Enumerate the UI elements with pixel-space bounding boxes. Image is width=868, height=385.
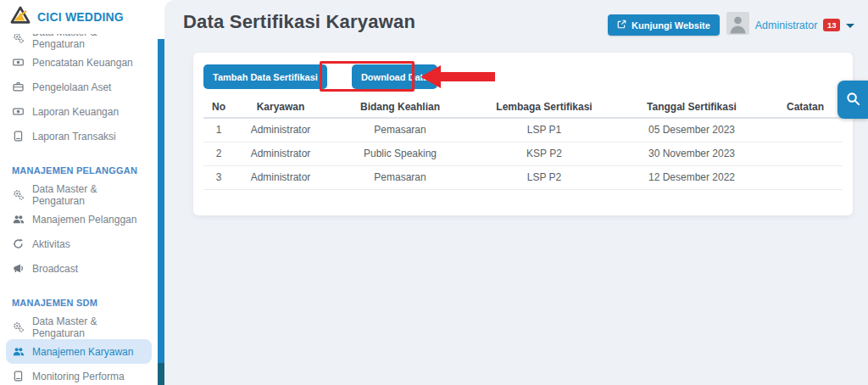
brand-name: CICI WEDDING <box>37 10 124 24</box>
sidebar-item-label: Monitoring Performa <box>32 371 125 382</box>
users-icon <box>12 214 25 225</box>
cell-bidang: Public Speaking <box>327 142 473 165</box>
table-row: 1 Administrator Pemasaran LSP P1 05 Dese… <box>203 118 843 142</box>
sidebar-item-label: Broadcast <box>32 263 78 275</box>
column-header-karyawan: Karyawan <box>234 96 327 118</box>
sidebar-item-monitoring-performa[interactable]: Monitoring Performa <box>6 364 152 385</box>
cell-tanggal: 12 Desember 2022 <box>615 165 768 189</box>
brand-logo-icon <box>10 6 31 28</box>
sidebar-item-laporan-keuangan[interactable]: Laporan Keuangan <box>6 99 152 124</box>
column-header-catatan: Catatan <box>768 96 843 118</box>
cell-bidang: Pemasaran <box>327 118 473 142</box>
sidebar-section-manajemen-sdm: MANAJEMEN SDM <box>0 293 158 313</box>
main-content: Data Sertifikasi Karyawan Kunjungi Websi… <box>164 0 868 385</box>
cell-catatan <box>768 142 843 165</box>
column-header-tanggal-sertifikasi: Tanggal Sertifikasi <box>615 96 768 118</box>
chevron-down-icon <box>846 24 854 28</box>
cell-karyawan: Administrator <box>234 165 327 189</box>
activity-icon <box>12 238 25 249</box>
user-menu[interactable]: Administrator 13 <box>726 12 854 38</box>
column-header-no: No <box>203 96 234 118</box>
search-icon <box>846 92 860 109</box>
cell-karyawan: Administrator <box>234 118 327 142</box>
cell-catatan <box>768 165 843 189</box>
book-icon <box>12 371 25 382</box>
gears-icon <box>12 321 25 332</box>
sidebar-item-manajemen-karyawan[interactable]: Manajemen Karyawan <box>6 339 152 364</box>
book-icon <box>12 131 25 142</box>
table-header-row: No Karyawan Bidang Keahlian Lembaga Sert… <box>203 96 843 118</box>
brand[interactable]: CICI WEDDING <box>0 0 158 34</box>
certification-card: Tambah Data Sertifikasi Download Data No… <box>193 53 853 215</box>
column-header-lembaga-sertifikasi: Lembaga Sertifikasi <box>473 96 615 118</box>
external-link-icon <box>617 20 626 31</box>
user-name: Administrator <box>755 20 818 31</box>
sidebar-item-label: Pengelolaan Aset <box>32 81 111 93</box>
sidebar-item-label: Pencatatan Keuangan <box>32 57 133 69</box>
sidebar-scrollbar-track-end <box>158 363 164 385</box>
sidebar-item-manajemen-pelanggan[interactable]: Manajemen Pelanggan <box>6 207 152 232</box>
sidebar-item-label: Manajemen Karyawan <box>32 346 133 358</box>
sidebar-item-pencatatan-keuangan[interactable]: Pencatatan Keuangan <box>6 50 152 75</box>
cell-lembaga: KSP P2 <box>473 142 615 165</box>
gears-icon <box>12 189 25 200</box>
search-button[interactable] <box>837 81 868 119</box>
table-row: 2 Administrator Public Speaking KSP P2 3… <box>203 142 843 165</box>
sidebar-item-label: Aktivitas <box>32 238 70 250</box>
sidebar-item-pengelolaan-aset[interactable]: Pengelolaan Aset <box>6 75 152 99</box>
sidebar-item-label: Data Master & Pengaturan <box>32 183 152 207</box>
sidebar-item-label: Manajemen Pelanggan <box>32 214 136 226</box>
sidebar-menu: Data Master & Pengaturan Pencatatan Keua… <box>0 25 158 385</box>
sidebar-item-data-master-pengaturan-3[interactable]: Data Master & Pengaturan <box>6 315 152 339</box>
sidebar-scrollbar-thumb[interactable] <box>158 39 164 363</box>
briefcase-icon <box>12 81 25 92</box>
add-certification-button[interactable]: Tambah Data Sertifikasi <box>203 64 327 89</box>
certification-table: No Karyawan Bidang Keahlian Lembaga Sert… <box>203 96 843 190</box>
notification-badge: 13 <box>823 19 840 31</box>
cell-no: 2 <box>203 142 234 165</box>
column-header-bidang-keahlian: Bidang Keahlian <box>327 96 473 118</box>
sidebar-item-label: Laporan Keuangan <box>32 106 119 118</box>
page-title: Data Sertifikasi Karyawan <box>183 11 415 33</box>
avatar <box>726 12 749 38</box>
cell-tanggal: 30 November 2023 <box>615 142 768 165</box>
money-icon <box>12 57 25 68</box>
sidebar: Data Master & Pengaturan Pencatatan Keua… <box>0 0 158 385</box>
sidebar-item-label: Data Master & Pengaturan <box>32 315 152 339</box>
sidebar-item-label: Laporan Transaksi <box>32 131 116 142</box>
cell-lembaga: LSP P1 <box>473 118 615 142</box>
cell-no: 1 <box>203 118 234 142</box>
download-data-button[interactable]: Download Data <box>352 64 437 89</box>
cell-bidang: Pemasaran <box>327 165 473 189</box>
visit-website-button[interactable]: Kunjungi Website <box>608 14 720 36</box>
table-row: 3 Administrator Pemasaran LSP P2 12 Dese… <box>203 165 843 189</box>
cell-karyawan: Administrator <box>234 142 327 165</box>
cell-catatan <box>768 118 843 142</box>
cell-lembaga: LSP P2 <box>473 165 615 189</box>
sidebar-item-broadcast[interactable]: Broadcast <box>6 256 152 281</box>
users-icon <box>12 346 25 357</box>
cell-no: 3 <box>203 165 234 189</box>
money-icon <box>12 106 25 117</box>
sidebar-item-aktivitas[interactable]: Aktivitas <box>6 232 152 256</box>
header-actions: Kunjungi Website Administrator 13 <box>608 12 854 38</box>
sidebar-item-laporan-transaksi[interactable]: Laporan Transaksi <box>6 124 152 148</box>
sidebar-item-data-master-pengaturan-2[interactable]: Data Master & Pengaturan <box>6 182 152 207</box>
megaphone-icon <box>12 263 25 274</box>
sidebar-scrollbar[interactable] <box>158 0 164 385</box>
card-toolbar: Tambah Data Sertifikasi Download Data <box>203 64 843 89</box>
cell-tanggal: 05 Desember 2023 <box>615 118 768 142</box>
sidebar-section-manajemen-pelanggan: MANAJEMEN PELANGGAN <box>0 160 158 181</box>
visit-website-label: Kunjungi Website <box>632 20 710 31</box>
